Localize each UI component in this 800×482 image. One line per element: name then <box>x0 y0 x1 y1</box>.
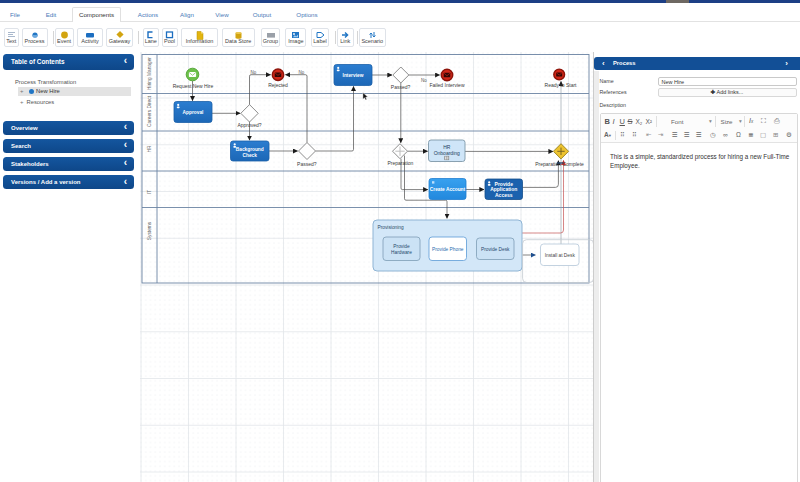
svg-text:Onboarding: Onboarding <box>434 150 460 156</box>
svg-text:Failed Interview: Failed Interview <box>429 82 464 88</box>
svg-text:Create Account: Create Account <box>430 187 466 192</box>
svg-text:Passed?: Passed? <box>297 161 317 167</box>
svg-text:Check: Check <box>243 153 258 158</box>
svg-text:Interview: Interview <box>343 73 364 78</box>
svg-text:Provide Phone: Provide Phone <box>432 247 464 252</box>
svg-text:Install at Desk: Install at Desk <box>545 253 576 258</box>
svg-text:Provide Desk: Provide Desk <box>481 247 510 252</box>
svg-text:Access: Access <box>495 192 513 198</box>
svg-text:Hardware: Hardware <box>391 250 412 255</box>
svg-text:No: No <box>299 70 305 75</box>
svg-text:Background: Background <box>236 147 264 152</box>
svg-text:Approval: Approval <box>183 110 204 115</box>
svg-text:Systems: Systems <box>147 221 152 240</box>
svg-text:Ready to Start: Ready to Start <box>545 82 578 88</box>
svg-text:Hiring Manager: Hiring Manager <box>147 57 152 90</box>
svg-text:Approved?: Approved? <box>237 122 261 128</box>
svg-text:Passed?: Passed? <box>391 84 411 90</box>
svg-text:IT: IT <box>147 190 152 194</box>
svg-text:Careers Direct: Careers Direct <box>147 95 152 127</box>
svg-text:Rejected: Rejected <box>268 82 288 88</box>
svg-text:Request New Hire: Request New Hire <box>173 83 214 89</box>
svg-text:Preparation: Preparation <box>387 160 413 166</box>
svg-text:Provide: Provide <box>393 244 410 249</box>
svg-text:HR: HR <box>147 145 152 152</box>
svg-text:No: No <box>251 70 257 75</box>
svg-text:No: No <box>421 78 427 83</box>
svg-text:Provisioning: Provisioning <box>378 225 404 230</box>
